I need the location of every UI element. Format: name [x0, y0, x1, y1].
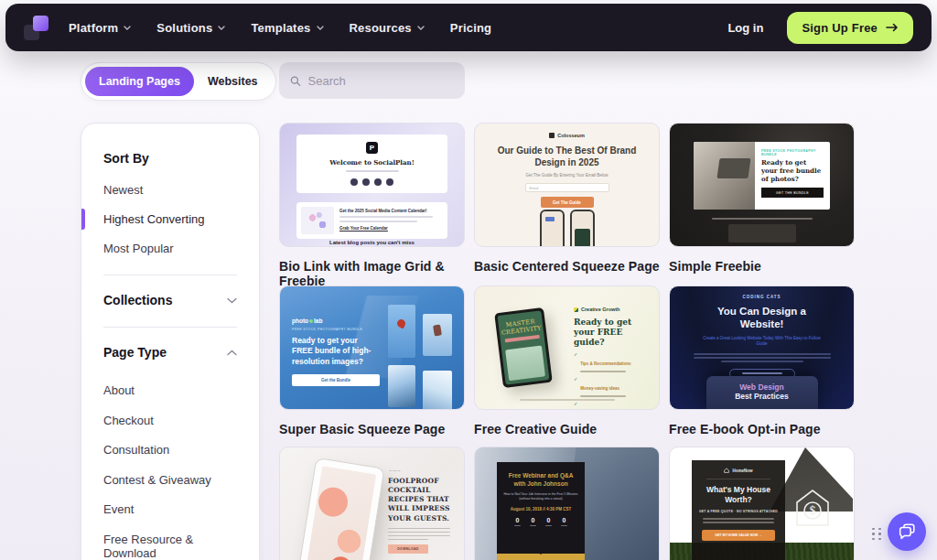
template-thumbnail-creative-guide[interactable]: MASTER CREATIVITY Creative Growth Ready … — [474, 285, 660, 410]
nav-item-resources[interactable]: Resources — [350, 21, 425, 35]
svg-text:$: $ — [809, 504, 816, 517]
template-thumbnail-webinar[interactable]: Free Webinar and Q&A with John Johnson H… — [474, 447, 660, 560]
thumb-hero-panel: P Welcome to SocialPlan! — [296, 135, 447, 193]
laptop-silhouette — [728, 224, 796, 242]
search-input[interactable] — [308, 74, 454, 88]
countdown-value: 0 — [563, 517, 566, 523]
offer-heading: FOOLPROOF COCKTAIL RECIPES THAT WILL IMP… — [388, 477, 456, 523]
template-thumbnail-super-basic[interactable]: photolab FREE STOCK PHOTOGRAPHY BUNDLE R… — [279, 285, 465, 410]
offer-label: FREE STOCK PHOTOGRAPHY BUNDLE — [292, 328, 380, 331]
page-type-consultation[interactable]: Consultation — [103, 443, 237, 457]
chat-widget-button[interactable] — [888, 512, 926, 551]
phone-mockup-right — [570, 210, 595, 247]
check-icon: ✓ — [574, 352, 577, 357]
tablet-screen: MASTER CREATIVITY — [498, 310, 550, 384]
thumb-text-line — [694, 353, 831, 355]
template-title: Basic Centered Squeeze Page — [474, 259, 660, 274]
template-thumbnail-house-worth[interactable]: HomeNow What's My House Worth? GET A FRE… — [669, 447, 855, 560]
template-thumbnail-simple-freebie[interactable]: FREE STOCK PHOTOGRAPHY BUNDLE Ready to g… — [669, 123, 855, 247]
template-title: Bio Link with Image Grid & Freebie — [279, 259, 465, 288]
nav-item-label: Resources — [350, 21, 412, 35]
offer-subheading: How to Nail Your Job Interview in the Fi… — [503, 492, 578, 502]
toggle-landing-pages[interactable]: Landing Pages — [85, 67, 194, 96]
thumb-text-line — [703, 518, 774, 520]
thumb-text-line — [346, 170, 399, 172]
countdown-row: 0 0 0 0 — [497, 517, 585, 527]
email-icon — [386, 178, 393, 186]
thumb-brand: photolab — [292, 318, 380, 324]
cta-strip: SAVE MY SPOT! — [497, 554, 585, 560]
check-icon: ✓ — [574, 402, 577, 406]
tablet-screen — [305, 466, 377, 560]
nav-item-pricing[interactable]: Pricing — [450, 21, 491, 35]
brand-name: Colosseum — [557, 133, 585, 138]
toggle-websites[interactable]: Websites — [194, 67, 272, 96]
thumb-text-line — [388, 539, 428, 541]
template-card: Free Webinar and Q&A with John Johnson H… — [474, 447, 660, 560]
search-icon — [290, 75, 301, 87]
quote-panel: HomeNow What's My House Worth? GET A FRE… — [692, 460, 785, 560]
page-type-heading: Page Type — [103, 345, 167, 360]
thumb-left-column: photolab FREE STOCK PHOTOGRAPHY BUNDLE R… — [292, 318, 380, 386]
bullet-label: Money-saving ideas — [580, 386, 619, 391]
countdown-value: 0 — [532, 517, 535, 523]
template-thumbnail-cocktail-recipes[interactable]: ~⁓~ FOOLPROOF COCKTAIL RECIPES THAT WILL… — [279, 447, 465, 560]
chevron-down-icon — [227, 297, 237, 304]
filter-sidebar: Sort By Newest Highest Converting Most P… — [81, 123, 260, 560]
bullet-list: ✓Tips & Recommendations ✓Money-saving id… — [574, 352, 651, 410]
page-type-checkout[interactable]: Checkout — [103, 414, 237, 427]
thumb-text-line — [742, 372, 782, 374]
template-card: ~⁓~ FOOLPROOF COCKTAIL RECIPES THAT WILL… — [279, 447, 465, 560]
template-thumbnail-ebook-optin[interactable]: CODING CATS You Can Design a Website! Cr… — [669, 285, 855, 410]
social-icons-row — [350, 178, 393, 186]
socialplan-logo-icon: P — [366, 142, 378, 154]
page-type-about[interactable]: About — [103, 383, 237, 397]
offer-heading: Ready to get your FREE bundle of high-re… — [292, 336, 380, 367]
thumb-footer-line — [475, 399, 659, 401]
brand-logo[interactable] — [24, 16, 48, 40]
template-title: Free Creative Guide — [474, 422, 660, 436]
creative-growth-logo-icon — [574, 307, 578, 312]
panel-divider — [706, 479, 770, 479]
thumb-cta-button: Get the Bundle — [292, 374, 380, 386]
page-type-event[interactable]: Event — [103, 502, 237, 516]
signup-label: Sign Up Free — [802, 21, 878, 35]
x-icon — [362, 178, 370, 186]
webinar-date: August 10, 2018 // 4:30 PM CST — [497, 507, 585, 512]
sort-option-highest-converting[interactable]: Highest Converting — [103, 212, 237, 226]
signup-button[interactable]: Sign Up Free — [787, 12, 913, 44]
brand-name: lab — [314, 318, 322, 324]
nav-right: Log in Sign Up Free — [727, 12, 913, 44]
template-thumbnail-bio-link[interactable]: P Welcome to SocialPlan! Get the 2025 So… — [279, 123, 465, 247]
page-type-free-resource-download[interactable]: Free Resource & Download — [103, 533, 237, 560]
template-card: MASTER CREATIVITY Creative Growth Ready … — [474, 285, 660, 436]
login-link[interactable]: Log in — [727, 21, 763, 35]
template-card: FREE STOCK PHOTOGRAPHY BUNDLE Ready to g… — [669, 123, 855, 274]
sort-option-newest[interactable]: Newest — [103, 183, 237, 197]
cover-strip — [504, 335, 540, 343]
chevron-down-icon — [417, 26, 425, 30]
thumb-cta-button: DOWNLOAD — [388, 544, 428, 554]
search-box — [279, 62, 465, 99]
thumb-footer-line — [670, 218, 854, 220]
template-thumbnail-basic-centered[interactable]: Colosseum Our Guide to The Best Of Brand… — [474, 123, 660, 247]
sort-option-most-popular[interactable]: Most Popular — [103, 242, 237, 255]
template-title: Super Basic Squeeze Page — [279, 422, 465, 436]
widget-drag-handle[interactable] — [872, 528, 882, 541]
nav-item-platform[interactable]: Platform — [69, 21, 131, 35]
collections-section-header[interactable]: Collections — [103, 293, 237, 307]
chevron-down-icon — [124, 26, 131, 30]
thumb-right-column: Creative Growth Ready to get your FREE g… — [574, 307, 651, 410]
nav-item-solutions[interactable]: Solutions — [156, 21, 225, 35]
freebie-text: Get the 2025 Social Media Content Calend… — [339, 207, 443, 234]
collections-heading: Collections — [103, 293, 172, 307]
countdown-label — [514, 525, 521, 527]
body-copy-lines — [694, 353, 831, 362]
nav-item-templates[interactable]: Templates — [251, 21, 323, 35]
brand-name: HomeNow — [732, 468, 752, 473]
arrow-right-icon — [886, 23, 899, 32]
thumb-text-line — [703, 522, 774, 523]
offer-heading: You Can Design a Website! — [703, 306, 822, 331]
page-type-section-header[interactable]: Page Type — [103, 345, 237, 360]
page-type-contest-giveaway[interactable]: Contest & Giveaway — [103, 473, 237, 487]
